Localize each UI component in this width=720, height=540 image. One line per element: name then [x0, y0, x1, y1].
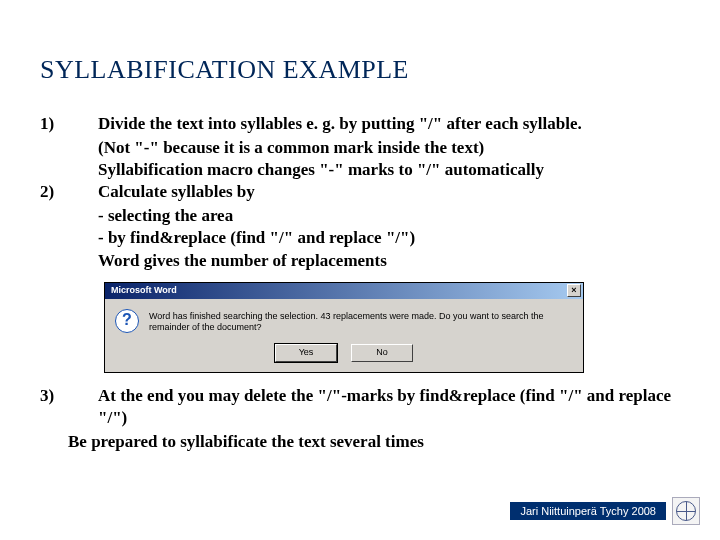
- item-2: 2) Calculate syllables by: [40, 181, 680, 203]
- dialog-message: Word has finished searching the selectio…: [149, 309, 575, 334]
- word-dialog: Microsoft Word × ? Word has finished sea…: [104, 282, 584, 373]
- question-icon: ?: [115, 309, 139, 333]
- item-3: 3) At the end you may delete the "/"-mar…: [40, 385, 680, 429]
- footer-text: Jari Niittuinperä Tychy 2008: [510, 502, 666, 520]
- logo-icon: [672, 497, 700, 525]
- slide: SYLLABIFICATION EXAMPLE 1) Divide the te…: [0, 0, 720, 453]
- slide-title: SYLLABIFICATION EXAMPLE: [40, 55, 680, 85]
- dialog-body: ? Word has finished searching the select…: [105, 299, 583, 340]
- item-text: At the end you may delete the "/"-marks …: [98, 385, 680, 429]
- footer: Jari Niittuinperä Tychy 2008: [510, 497, 700, 525]
- item-number: 3): [40, 385, 98, 429]
- item-text: - selecting the area: [40, 205, 680, 227]
- item-text: Word gives the number of replacements: [40, 250, 680, 272]
- item-text: (Not "-" because it is a common mark ins…: [40, 137, 680, 159]
- yes-button[interactable]: Yes: [275, 344, 337, 362]
- item-number: 1): [40, 113, 98, 135]
- item-number: 2): [40, 181, 98, 203]
- item-1: 1) Divide the text into syllables e. g. …: [40, 113, 680, 135]
- item-text: Divide the text into syllables e. g. by …: [98, 113, 680, 135]
- close-icon[interactable]: ×: [567, 284, 581, 297]
- item-text: Be prepared to syllabificate the text se…: [40, 431, 680, 453]
- dialog-screenshot: Microsoft Word × ? Word has finished sea…: [104, 282, 584, 373]
- dialog-titlebar: Microsoft Word ×: [105, 283, 583, 299]
- item-text: Calculate syllables by: [98, 181, 680, 203]
- dialog-buttons: Yes No: [105, 340, 583, 372]
- dialog-title: Microsoft Word: [111, 285, 177, 297]
- content: 1) Divide the text into syllables e. g. …: [40, 113, 680, 453]
- item-text: - by find&replace (find "/" and replace …: [40, 227, 680, 249]
- no-button[interactable]: No: [351, 344, 413, 362]
- item-text: Syllabification macro changes "-" marks …: [40, 159, 680, 181]
